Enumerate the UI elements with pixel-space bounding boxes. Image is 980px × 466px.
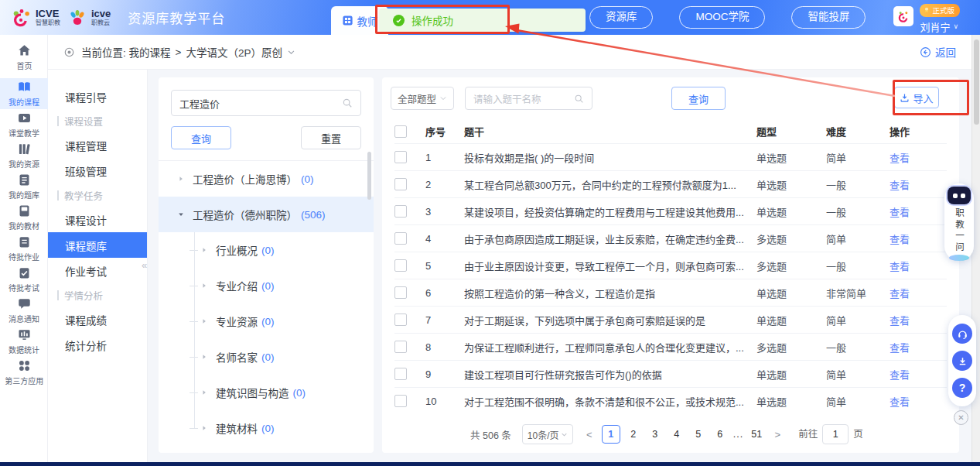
- page-button-5[interactable]: 5: [690, 426, 707, 443]
- question-type-select[interactable]: 全部题型: [391, 87, 454, 110]
- header-nav-1[interactable]: 资源库: [589, 6, 654, 28]
- view-link[interactable]: 查看: [890, 286, 934, 300]
- page-button-51[interactable]: 51: [748, 426, 765, 443]
- tree-node-工程造价（德州职院）[interactable]: 工程造价（德州职院）(506): [159, 197, 374, 232]
- rail-item-我的题库[interactable]: 我的题库: [0, 171, 48, 202]
- stem-search-placeholder: 请输入题干名称: [473, 91, 541, 106]
- username[interactable]: 刘肖宁 ∨: [920, 19, 958, 34]
- select-all-checkbox[interactable]: [394, 125, 407, 138]
- tree-node-建筑材料[interactable]: 建筑材料(0): [159, 410, 374, 446]
- breadcrumb-prefix: 当前位置: 我的课程: [81, 44, 171, 60]
- user-avatar[interactable]: [893, 6, 913, 26]
- tree-node-工程造价（上海思博）[interactable]: 工程造价（上海思博）(0): [159, 161, 374, 197]
- page-button-2[interactable]: 2: [625, 426, 642, 443]
- view-link[interactable]: 查看: [890, 231, 934, 246]
- user-area[interactable]: 正式版 刘肖宁 ∨: [893, 2, 960, 34]
- menu-item-课程设计[interactable]: 课程设计: [48, 207, 147, 232]
- header-nav-3[interactable]: 智能投屏: [791, 6, 866, 28]
- view-link[interactable]: 查看: [890, 204, 934, 219]
- row-checkbox[interactable]: [394, 232, 407, 245]
- tree-scrollbar[interactable]: [367, 152, 371, 200]
- view-link[interactable]: 查看: [890, 340, 934, 355]
- tree-query-button[interactable]: 查询: [171, 126, 231, 149]
- menu-item-统计分析[interactable]: 统计分析: [48, 332, 147, 358]
- rail-item-第三方应用[interactable]: 第三方应用: [0, 357, 48, 388]
- rail-item-课堂教学[interactable]: 课堂教学: [0, 109, 48, 140]
- page-button-1[interactable]: 1: [602, 425, 620, 444]
- menu-item-课程引导[interactable]: 课程引导: [48, 84, 147, 109]
- row-checkbox[interactable]: [394, 259, 407, 272]
- caret-right-icon: [177, 175, 185, 183]
- page-button-6[interactable]: 6: [712, 426, 729, 443]
- tree-node-行业概况[interactable]: 行业概况(0): [159, 232, 374, 268]
- menu-item-课程管理[interactable]: 课程管理: [48, 132, 147, 158]
- menu-item-课程题库[interactable]: 课程题库: [48, 232, 147, 258]
- caret-right-icon: [200, 246, 208, 254]
- header-nav-2[interactable]: MOOC学院: [679, 6, 765, 28]
- close-float-button[interactable]: ✕: [954, 410, 968, 425]
- menu-item-课程成绩[interactable]: 课程成绩: [48, 307, 147, 332]
- table-row: 1投标有效期是指( )的一段时间单选题简单查看: [394, 143, 947, 170]
- row-checkbox[interactable]: [394, 341, 407, 353]
- view-link[interactable]: 查看: [890, 367, 934, 382]
- page-button-3[interactable]: 3: [647, 426, 664, 443]
- caret-down-icon: [177, 211, 185, 218]
- view-link[interactable]: 查看: [890, 150, 934, 165]
- menu-item-作业考试[interactable]: 作业考试: [48, 258, 147, 283]
- row-checkbox[interactable]: [394, 368, 407, 380]
- tree-reset-button[interactable]: 重置: [301, 126, 361, 149]
- view-link[interactable]: 查看: [890, 177, 934, 192]
- tree-node-专业资源[interactable]: 专业资源(0): [159, 303, 374, 339]
- platform-title: 资源库教学平台: [128, 8, 225, 27]
- rail-item-数据统计[interactable]: 数据统计: [0, 326, 48, 357]
- chevron-down-icon[interactable]: [287, 48, 295, 57]
- query-button[interactable]: 查询: [671, 87, 726, 110]
- location-pin-icon: [63, 46, 75, 58]
- rail-item-消息通知[interactable]: 消息通知: [0, 295, 48, 326]
- chevron-down-icon: [439, 94, 447, 102]
- col-action: 操作: [890, 124, 934, 139]
- tree-node-名师名家[interactable]: 名师名家(0): [159, 339, 374, 375]
- search-icon[interactable]: [574, 94, 584, 104]
- import-button[interactable]: 导入: [894, 87, 939, 108]
- view-link[interactable]: 查看: [890, 313, 934, 327]
- row-checkbox[interactable]: [394, 205, 407, 218]
- goto-page: 前往1页: [798, 424, 863, 444]
- icve-zhijiaoyun-logo: icve 职教云: [68, 9, 111, 27]
- rail-item-待批考试[interactable]: 待批考试: [0, 264, 48, 295]
- row-checkbox[interactable]: [394, 314, 407, 326]
- next-page-button[interactable]: >: [769, 425, 786, 444]
- rail-item-我的课程[interactable]: 我的课程: [0, 78, 48, 109]
- menu-item-班级管理[interactable]: 班级管理: [48, 158, 147, 183]
- tree-search-input[interactable]: 工程造价: [171, 90, 361, 116]
- rail-item-我的资源[interactable]: 我的资源: [0, 140, 48, 171]
- row-checkbox[interactable]: [394, 395, 407, 407]
- customer-service-button[interactable]: [952, 324, 972, 344]
- row-checkbox[interactable]: [394, 178, 407, 190]
- scrollbar-thumb[interactable]: [974, 39, 979, 125]
- cloud-download-icon: [957, 355, 968, 367]
- help-button[interactable]: ?: [952, 378, 972, 398]
- collapse-sidebar-handle[interactable]: «: [142, 259, 147, 271]
- view-link[interactable]: 查看: [890, 259, 934, 273]
- row-checkbox[interactable]: [394, 286, 407, 299]
- row-checkbox[interactable]: [394, 151, 407, 163]
- view-link[interactable]: 查看: [890, 394, 934, 409]
- assistant-widget[interactable]: 职教一问: [944, 183, 974, 261]
- rail-item-首页[interactable]: 首页: [0, 41, 48, 74]
- pagination-ellipsis[interactable]: ...: [733, 429, 743, 440]
- stem-search-input[interactable]: 请输入题干名称: [465, 87, 592, 110]
- download-button[interactable]: [952, 351, 972, 371]
- back-button[interactable]: 返回: [920, 44, 956, 60]
- goto-page-input[interactable]: 1: [822, 424, 849, 444]
- course-submenu: 课程引导课程设置课程管理班级管理教学任务课程设计课程题库作业考试学情分析课程成绩…: [48, 70, 148, 463]
- prev-page-button[interactable]: <: [581, 425, 598, 444]
- rail-item-我的教材[interactable]: 我的教材: [0, 202, 48, 233]
- tree-node-专业介绍[interactable]: 专业介绍(0): [159, 268, 374, 303]
- rail-item-待批作业[interactable]: 待批作业: [0, 233, 48, 264]
- page-button-4[interactable]: 4: [668, 426, 685, 443]
- breadcrumb-current[interactable]: 大学语文（2P）原创: [186, 44, 282, 60]
- per-page-select[interactable]: 10条/页: [522, 424, 573, 444]
- tree-node-建筑识图与构造[interactable]: 建筑识图与构造(0): [159, 375, 374, 410]
- search-icon[interactable]: [342, 98, 353, 108]
